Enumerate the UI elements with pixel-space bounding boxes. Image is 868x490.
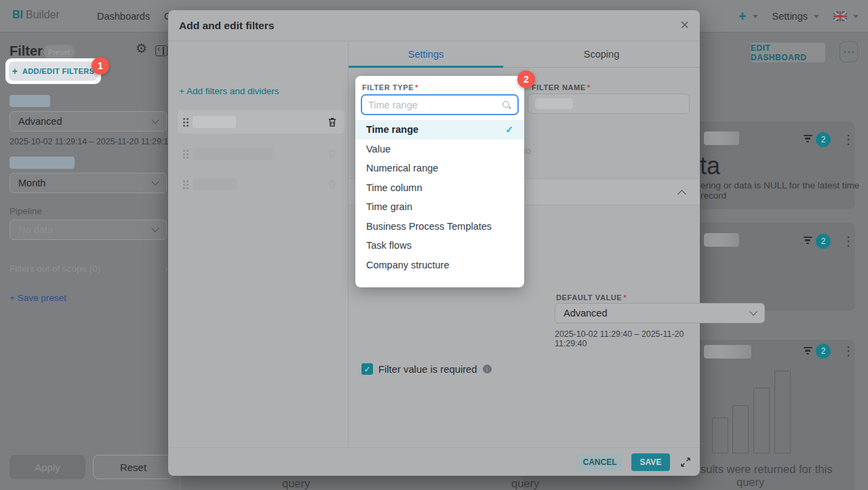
sidebar-date-range: 2025-10-02 11:29:14 – 2025-11-20 11:29:1… [9,137,173,146]
filter-count-badge: 2 [816,234,831,249]
redacted-card-title [704,345,751,359]
no-data-subtitle-fragment: ering or data is NULL for the latest tim… [701,180,868,201]
card-kebab-icon[interactable]: ⋮ [842,134,854,146]
option-task-flows[interactable]: Task flows [355,236,524,256]
option-numerical-range[interactable]: Numerical range [355,159,524,178]
redacted-filter-label [9,157,75,169]
chevron-down-icon [151,178,159,185]
close-icon[interactable]: × [680,16,689,34]
value-required-label: Filter value is required [378,364,477,375]
redacted-card-title [704,233,739,247]
default-value-date-range: 2025-10-02 11:29:40 – 2025-11-20 11:29:4… [555,329,700,348]
add-edit-filters-button[interactable]: + ADD/EDIT FILTERS [9,62,98,81]
card-kebab-icon[interactable]: ⋮ [842,345,854,357]
drag-handle-icon[interactable] [183,180,185,182]
sidebar-month-select[interactable]: Month [9,173,167,193]
nav-right-cluster: + Settings [738,0,859,33]
trash-icon[interactable] [326,116,338,128]
value-required-row[interactable]: ✓ Filter value is required i [361,363,492,375]
dashboard-menu-button[interactable]: ⋯ [840,41,858,62]
save-preset-link[interactable]: + Save preset [9,293,66,303]
filters-out-of-scope-label: Filters out of scope (0) [9,264,100,274]
card-kebab-icon[interactable]: ⋮ [842,235,854,247]
add-filters-and-dividers-link[interactable]: + Add filters and dividers [179,86,279,96]
redacted-filter-label [9,95,50,107]
filter-name-input[interactable] [528,94,690,114]
trash-icon[interactable] [326,178,338,190]
modal-footer: CANCEL SAVE [168,447,700,476]
redacted-item-label [193,116,236,128]
drag-handle-icon[interactable] [183,150,185,152]
sidebar-advanced-select[interactable]: Advanced [9,111,167,131]
placeholder-bar [774,371,791,453]
settings-menu[interactable]: Settings [772,11,808,22]
apply-button[interactable]: Apply [9,455,85,479]
filters-out-of-scope-row[interactable]: Filters out of scope (0) › [9,264,167,274]
redacted-card-title [704,131,739,145]
placeholder-bar [712,417,728,453]
edit-dashboard-button[interactable]: EDIT DASHBOARD [751,43,825,62]
modal-title: Add and edit filters [179,20,274,32]
save-button[interactable]: SAVE [631,453,670,471]
filter-count-badge: 2 [816,344,831,359]
option-time-grain[interactable]: Time grain [355,197,524,217]
filter-type-search-input[interactable] [368,100,502,110]
no-results-fragment-bottom: query [282,477,310,490]
reset-button[interactable]: Reset [93,455,174,479]
option-company-structure[interactable]: Company structure [355,256,524,275]
trash-icon[interactable] [326,148,338,160]
logo-secondary: Builder [26,9,60,20]
checkbox-checked[interactable]: ✓ [361,363,373,375]
placeholder-bar [732,405,749,453]
collapse-panel-icon[interactable] [155,45,167,56]
filter-type-search-box [361,94,519,115]
app-root: BIBuilder Dashboards C + Settings Filter… [0,0,868,490]
language-flag-icon[interactable] [833,12,847,21]
tab-settings[interactable]: Settings [349,41,503,67]
filter-list-item-selected[interactable] [178,110,344,134]
redacted-input-value [535,98,573,109]
filter-funnel-icon[interactable] [803,237,812,245]
modal-filter-list-panel: + Add filters and dividers [168,41,349,447]
add-menu-button[interactable]: + [738,9,747,24]
pipeline-select[interactable]: No data [9,220,167,240]
to-text-fragment: to [524,146,531,156]
redacted-item-label [193,178,237,190]
option-value[interactable]: Value [355,140,524,159]
chevron-down-icon [151,224,159,232]
filter-count-badge: 2 [816,132,831,147]
selected-value: Advanced [564,308,608,319]
tab-scoping[interactable]: Scoping [503,41,700,67]
plus-icon: + [12,66,18,77]
filters-sidebar: Filters Preset ⚙ Advanced 2025-10-02 11:… [0,33,180,490]
chevron-up-icon [677,190,686,199]
filter-list-item[interactable] [178,174,344,195]
filter-funnel-icon[interactable] [803,135,812,144]
expand-fullscreen-icon[interactable] [679,456,692,468]
cancel-button[interactable]: CANCEL [577,453,623,471]
filter-funnel-icon[interactable] [803,347,812,356]
option-time-range[interactable]: Time range ✓ [355,120,524,140]
modal-header: Add and edit filters × [168,10,700,41]
search-icon [502,100,511,110]
selected-value: Advanced [18,116,62,127]
tour-step-badge-1: 1 [92,57,109,75]
info-icon[interactable]: i [483,365,492,373]
required-asterisk: * [623,293,627,302]
filter-list-item[interactable] [178,144,344,164]
nav-item-dashboards[interactable]: Dashboards [97,11,150,22]
no-results-fragment-line2: query [736,476,764,489]
option-time-column[interactable]: Time column [355,178,524,198]
no-results-fragment-line1: sults were returned for this [701,463,832,476]
no-data-text-fragment: ta [700,152,720,180]
logo-primary: BI [12,9,23,20]
filter-type-options: Time range ✓ Value Numerical range Time … [355,120,524,274]
option-business-process-templates[interactable]: Business Process Templates [355,217,524,237]
app-logo[interactable]: BIBuilder [12,9,60,21]
drag-handle-icon[interactable] [183,118,185,120]
modal-tabs: Settings Scoping [349,41,700,68]
chevron-down-icon [151,116,159,123]
gear-icon[interactable]: ⚙ [136,42,147,55]
caret-down-icon [814,15,819,18]
default-value-select[interactable]: Advanced [555,303,765,323]
